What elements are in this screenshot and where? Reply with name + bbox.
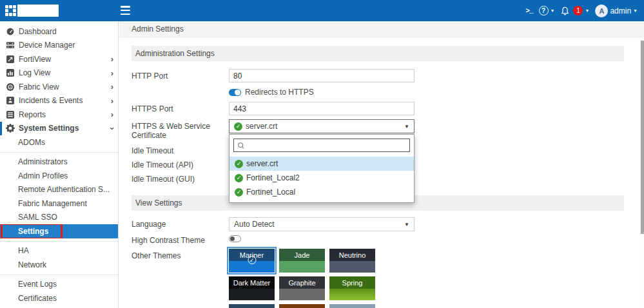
incidents-events-icon	[5, 96, 15, 106]
chevron-right-icon: ›	[111, 97, 113, 105]
sidebar-item-log-view[interactable]: Log View ›	[0, 66, 118, 81]
dropdown-option-fortinet-local[interactable]: ✓ Fortinet_Local	[229, 185, 414, 199]
theme-grid: Mariner ✓ Jade Neutrino Dark Matter	[229, 249, 376, 308]
theme-tile-mariner[interactable]: Mariner ✓	[229, 249, 275, 273]
log-view-icon	[5, 68, 15, 78]
chevron-down-icon: ▼	[633, 8, 638, 13]
gear-icon	[5, 124, 15, 133]
chevron-down-icon: ▼	[404, 124, 409, 130]
fabric-view-icon	[5, 82, 15, 91]
sidebar-item-incidents-events[interactable]: Incidents & Events ›	[0, 94, 118, 108]
notification-count-badge: 1	[573, 6, 583, 15]
scrollbar-track[interactable]	[640, 38, 644, 308]
sidebar-item-network[interactable]: Network	[0, 258, 118, 272]
notifications-button[interactable]: 1 ▼	[560, 6, 589, 16]
dashboard-gauge-icon	[5, 26, 15, 36]
sidebar-item-administrators[interactable]: Administrators	[0, 155, 118, 169]
redirects-to-https-toggle[interactable]	[229, 89, 241, 96]
sidebar-item-admin-profiles[interactable]: Admin Profiles	[0, 169, 118, 183]
theme-tile-dark-matter[interactable]: Dark Matter	[229, 276, 275, 300]
sidebar-item-dashboard[interactable]: Dashboard	[0, 24, 118, 39]
sidebar-item-label: Log View	[19, 68, 111, 77]
theme-tile-summer[interactable]: Summer	[229, 304, 275, 308]
certificate-selected-value: server.crt	[246, 122, 277, 131]
sidebar-item-saml-sso[interactable]: SAML SSO	[0, 211, 118, 225]
high-contrast-toggle[interactable]	[229, 235, 241, 242]
chevron-right-icon: ›	[111, 82, 113, 91]
sidebar-nav: Dashboard Device Manager FortiView ›	[0, 21, 119, 308]
sidebar-item-reports[interactable]: Reports ›	[0, 108, 118, 122]
chevron-right-icon: ›	[111, 69, 113, 77]
cli-console-icon: >_	[525, 7, 532, 15]
scrollbar-thumb[interactable]	[641, 41, 644, 234]
theme-tile-neutrino[interactable]: Neutrino	[329, 249, 375, 273]
certificate-check-icon: ✓	[235, 174, 243, 182]
product-logo	[17, 5, 59, 17]
sidebar-divider	[0, 241, 118, 242]
sidebar-item-adoms[interactable]: ADOMs	[0, 135, 118, 149]
breadcrumb: Admin Settings	[119, 21, 644, 37]
certificate-check-icon: ✓	[235, 160, 243, 168]
dropdown-search-box[interactable]	[233, 139, 410, 152]
sidebar-item-fabric-management[interactable]: Fabric Management	[0, 197, 118, 211]
sidebar-item-system-settings[interactable]: System Settings ›	[0, 122, 118, 136]
sidebar-item-device-manager[interactable]: Device Manager	[0, 39, 118, 53]
avatar: A	[595, 5, 608, 17]
language-dropdown[interactable]: Auto Detect ▼	[229, 217, 415, 231]
http-port-input[interactable]	[229, 69, 415, 82]
sidebar-item-label: Fabric View	[19, 82, 111, 91]
device-manager-icon	[5, 41, 15, 50]
chevron-down-icon: ▼	[585, 8, 589, 13]
https-port-input[interactable]	[229, 102, 415, 115]
sidebar-item-label: Dashboard	[19, 27, 113, 36]
sidebar-divider	[0, 274, 118, 275]
selected-theme-check-icon: ✓	[248, 256, 256, 264]
top-bar: >_ ? ▼ 1 ▼ A admin ▼	[0, 0, 644, 21]
sidebar-collapse-button[interactable]	[121, 6, 130, 15]
sidebar-item-fortiview[interactable]: FortiView ›	[0, 52, 118, 66]
sidebar-item-event-logs[interactable]: Event Logs	[0, 278, 118, 292]
sidebar-item-fabric-view[interactable]: Fabric View ›	[0, 80, 118, 94]
language-selected-value: Auto Detect	[234, 220, 275, 229]
fortiview-icon	[5, 54, 15, 64]
other-themes-label: Other Themes	[132, 249, 229, 260]
administration-settings-header: Administration Settings	[132, 46, 624, 61]
sidebar-item-label: System Settings	[19, 124, 111, 133]
chevron-down-icon: ›	[108, 127, 116, 130]
certificate-dropdown-panel: ✓ server.crt ✓ Fortinet_Local2 ✓ Fortine…	[229, 134, 415, 203]
sidebar-item-certificates[interactable]: Certificates	[0, 291, 118, 305]
theme-tile-jade[interactable]: Jade	[279, 249, 325, 273]
chevron-down-icon: ▼	[404, 222, 409, 227]
language-label: Language	[132, 217, 229, 229]
sidebar-item-settings[interactable]: Settings	[0, 224, 118, 238]
certificate-check-icon: ✓	[234, 122, 242, 131]
user-menu-button[interactable]: A admin ▼	[595, 5, 638, 17]
cli-console-button[interactable]: >_	[525, 7, 532, 15]
dropdown-search-input[interactable]	[248, 141, 406, 150]
https-port-label: HTTPS Port	[132, 102, 229, 113]
theme-name-label: Neutrino	[339, 251, 366, 259]
redirects-to-https-label: Redirects to HTTPS	[245, 88, 314, 97]
sidebar-divider	[0, 152, 118, 153]
bell-icon	[560, 6, 570, 16]
main-content: Admin Settings Administration Settings H…	[119, 21, 644, 308]
certificate-dropdown[interactable]: ✓ server.crt ▼	[229, 119, 415, 133]
search-icon	[237, 142, 245, 149]
dropdown-option-server-crt[interactable]: ✓ server.crt	[229, 157, 414, 171]
reports-icon	[5, 110, 15, 119]
fortinet-grid-logo-icon	[5, 5, 16, 16]
chevron-right-icon: ›	[111, 55, 113, 63]
theme-tile-winter[interactable]: Winter	[329, 304, 375, 308]
help-menu-button[interactable]: ? ▼	[539, 6, 555, 15]
theme-tile-autumn[interactable]: Autumn	[279, 304, 325, 308]
sidebar-item-advanced[interactable]: Advanced	[0, 305, 118, 308]
page-title: Admin Settings	[132, 24, 184, 34]
theme-tile-graphite[interactable]: Graphite	[279, 276, 325, 300]
chevron-right-icon: ›	[111, 110, 113, 119]
dropdown-option-fortinet-local2[interactable]: ✓ Fortinet_Local2	[229, 171, 414, 185]
sidebar-item-ha[interactable]: HA	[0, 244, 118, 258]
high-contrast-label: High Contrast Theme	[132, 235, 229, 245]
theme-name-label: Dark Matter	[233, 279, 270, 287]
sidebar-item-remote-authentication[interactable]: Remote Authentication S...	[0, 183, 118, 197]
theme-tile-spring[interactable]: Spring	[329, 276, 375, 300]
